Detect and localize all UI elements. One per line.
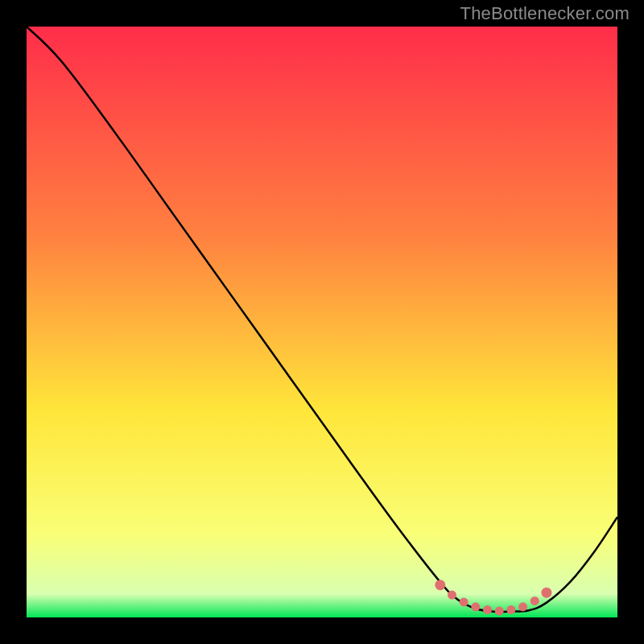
optimal-dot [435,580,445,590]
optimal-dot [518,602,527,611]
optimal-dot [471,602,480,611]
chart-container: TheBottlenecker.com [0,0,644,644]
optimal-dot [448,591,456,600]
optimal-dot [460,597,469,606]
gradient-background [27,27,617,617]
watermark-text: TheBottlenecker.com [460,3,630,24]
optimal-dot [506,605,515,614]
optimal-dot [495,606,504,615]
optimal-dot [483,605,492,614]
optimal-dot [530,597,539,605]
bottleneck-chart-overlay [27,27,617,617]
optimal-dot [541,588,551,598]
